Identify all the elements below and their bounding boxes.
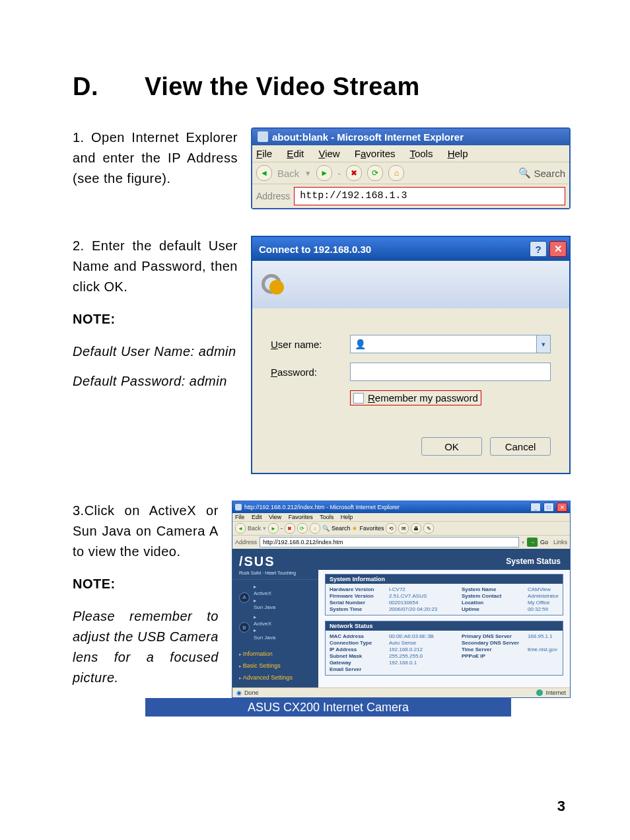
edit-button[interactable]: ✎ bbox=[423, 523, 434, 534]
table-value: My Office bbox=[528, 600, 559, 606]
ie-title-text: about:blank - Microsoft Internet Explore… bbox=[272, 131, 464, 143]
network-status-panel: Network Status MAC Address00:0E:A6:03:6E… bbox=[325, 621, 563, 676]
password-input[interactable] bbox=[350, 363, 551, 381]
back-button[interactable]: ◄ bbox=[235, 523, 246, 534]
search-icon[interactable]: 🔍 bbox=[322, 525, 330, 532]
address-input[interactable]: http://192.168.1.3 bbox=[294, 187, 565, 205]
menu-edit[interactable]: Edit bbox=[287, 148, 304, 159]
forward-button[interactable]: ► bbox=[268, 523, 279, 534]
table-value bbox=[528, 666, 559, 672]
close-button[interactable]: ✕ bbox=[549, 241, 567, 257]
heading-title: View the Video Stream bbox=[145, 73, 420, 100]
menu-favorites[interactable]: Favorites bbox=[355, 148, 396, 159]
home-button[interactable]: ⌂ bbox=[310, 523, 320, 534]
table-key: Primary DNS Server bbox=[462, 633, 528, 639]
address-label: Address bbox=[235, 539, 257, 545]
ie-titlebar: about:blank - Microsoft Internet Explore… bbox=[252, 129, 569, 145]
nav-advanced-settings[interactable]: Advanced Settings bbox=[232, 672, 318, 683]
ok-button[interactable]: OK bbox=[421, 437, 482, 456]
step3-text: 3.Click on ActiveX or Sun Java on Camera… bbox=[73, 501, 219, 562]
menu-view[interactable]: View bbox=[318, 148, 339, 159]
search-label[interactable]: Search bbox=[332, 525, 351, 532]
table-key: System Time bbox=[330, 606, 389, 612]
camera-a-activex[interactable]: ▸ ActiveX bbox=[254, 584, 275, 598]
user-icon: 👤 bbox=[355, 339, 366, 349]
search-icon[interactable]: 🔍 bbox=[518, 167, 531, 179]
table-key: Gateway bbox=[330, 660, 389, 666]
nav-basic-settings[interactable]: Basic Settings bbox=[232, 660, 318, 672]
favorites-label[interactable]: Favorites bbox=[359, 525, 384, 532]
password-label: Password: bbox=[271, 367, 350, 378]
remember-label[interactable]: Remember my password bbox=[368, 392, 478, 403]
system-information-panel: System Information Hardware VersionI-CV7… bbox=[325, 574, 563, 615]
back-dropdown-icon[interactable]: ▼ bbox=[304, 170, 311, 177]
page-heading: D.View the Video Stream bbox=[73, 73, 571, 101]
dialog-titlebar: Connect to 192.168.0.30 ? ✕ bbox=[252, 237, 569, 261]
table-value: Auto Sense bbox=[389, 640, 462, 646]
table-value: I-CV72 bbox=[389, 586, 462, 592]
camera-b-sunjava[interactable]: ▸ Sun Java bbox=[254, 627, 275, 641]
menu-tools[interactable]: Tools bbox=[409, 148, 433, 159]
ie-menubar[interactable]: File Edit View Favorites Tools Help bbox=[252, 145, 569, 162]
table-value: Administrator bbox=[528, 593, 559, 599]
minimize-button[interactable]: _ bbox=[530, 503, 541, 512]
camera-a-sunjava[interactable]: ▸ Sun Java bbox=[254, 598, 275, 612]
refresh-button[interactable]: ⟳ bbox=[297, 523, 308, 534]
table-key: Connection Type bbox=[330, 640, 389, 646]
step3-note-body: Please remember to adjust the USB Camera… bbox=[73, 606, 219, 688]
nav-information[interactable]: Information bbox=[232, 648, 318, 660]
maximize-button[interactable]: □ bbox=[543, 503, 554, 512]
dialog-title-text: Connect to 192.168.0.30 bbox=[259, 244, 527, 255]
cancel-button[interactable]: Cancel bbox=[490, 437, 551, 456]
table-value bbox=[528, 660, 559, 666]
home-button[interactable]: ⌂ bbox=[388, 165, 404, 181]
links-label[interactable]: Links bbox=[553, 539, 567, 545]
table-key: Firmware Version bbox=[330, 593, 389, 599]
close-button[interactable]: ✕ bbox=[557, 503, 567, 512]
dialog-banner bbox=[252, 261, 569, 308]
menu-tools[interactable]: Tools bbox=[320, 514, 333, 520]
internet-zone-icon bbox=[536, 689, 543, 696]
table-value: 2006/07/20 04:20:23 bbox=[389, 606, 462, 612]
help-button[interactable]: ? bbox=[530, 241, 547, 257]
favorites-icon[interactable]: ★ bbox=[352, 525, 357, 532]
menu-favorites[interactable]: Favorites bbox=[289, 514, 313, 520]
table-key bbox=[462, 660, 528, 666]
table-value: 2.51.CV7.ASUS bbox=[389, 593, 462, 599]
username-input[interactable]: 👤 ▾ bbox=[350, 335, 551, 353]
search-label[interactable]: Search bbox=[534, 168, 565, 179]
remember-checkbox[interactable] bbox=[353, 393, 364, 403]
menu-view[interactable]: View bbox=[269, 514, 281, 520]
forward-button[interactable]: ► bbox=[316, 165, 332, 181]
camera-a-icon[interactable]: A bbox=[239, 592, 250, 603]
table-key: Hardware Version bbox=[330, 586, 389, 592]
print-button[interactable]: 🖶 bbox=[411, 523, 421, 534]
menu-file[interactable]: File bbox=[256, 148, 272, 159]
ie-logo-icon bbox=[258, 131, 268, 142]
back-label: Back bbox=[248, 525, 261, 532]
menu-help[interactable]: Help bbox=[448, 148, 468, 159]
username-dropdown-icon[interactable]: ▾ bbox=[536, 335, 550, 353]
history-button[interactable]: ⟲ bbox=[386, 523, 396, 534]
menu-file[interactable]: File bbox=[235, 514, 245, 520]
internet-zone-text: Internet bbox=[545, 689, 566, 696]
stop-button[interactable]: ✖ bbox=[285, 523, 295, 534]
refresh-button[interactable]: ⟳ bbox=[367, 165, 383, 181]
ie-addressbar: Address http://192.168.1.3 bbox=[252, 184, 569, 208]
status-done-text: Done bbox=[244, 689, 537, 696]
back-button[interactable]: ◄ bbox=[256, 165, 272, 181]
step1-text: 1. Open Internet Explorer and enter the … bbox=[73, 127, 238, 189]
camera-menubar[interactable]: File Edit View Favorites Tools Help bbox=[232, 513, 570, 521]
menu-edit[interactable]: Edit bbox=[252, 514, 262, 520]
back-label: Back bbox=[277, 168, 299, 179]
camera-b-activex[interactable]: ▸ ActiveX bbox=[254, 614, 275, 628]
menu-help[interactable]: Help bbox=[341, 514, 353, 520]
stop-button[interactable]: ✖ bbox=[346, 165, 362, 181]
mail-button[interactable]: ✉ bbox=[398, 523, 409, 534]
camera-title-text: http://192.168.0.212/index.htm - Microso… bbox=[244, 504, 528, 510]
go-button[interactable]: → bbox=[527, 538, 538, 547]
address-input[interactable]: http://192.168.0.212/index.htm bbox=[260, 537, 519, 547]
address-label: Address bbox=[256, 191, 290, 201]
camera-b-icon[interactable]: B bbox=[239, 622, 250, 633]
table-value: time.nist.gov bbox=[528, 647, 559, 652]
